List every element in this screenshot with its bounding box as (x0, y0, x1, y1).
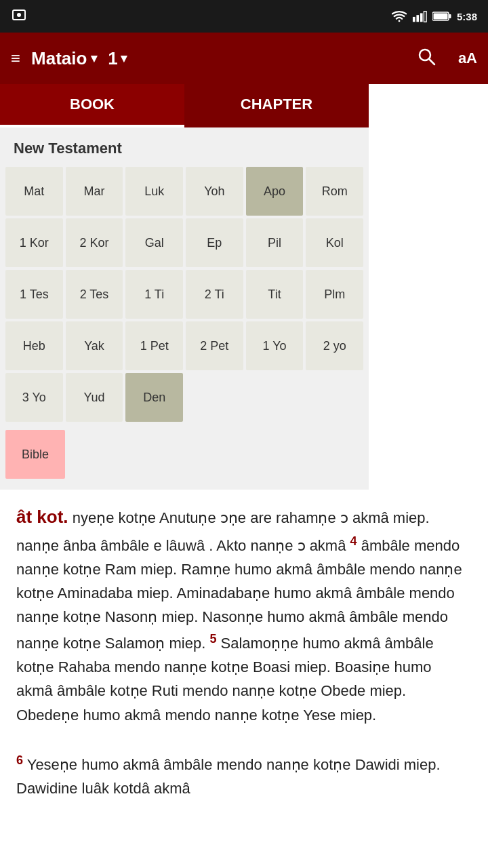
menu-icon[interactable]: ≡ (11, 49, 20, 68)
book-pil[interactable]: Pil (246, 218, 304, 267)
book-2pet[interactable]: 2 Pet (186, 321, 243, 370)
book-kol[interactable]: Kol (306, 218, 363, 267)
search-icon[interactable] (416, 46, 436, 71)
scripture-content: ât kot. nyeṇe kotṇe Anutuṇe ɔṇe are raha… (0, 490, 488, 814)
book-den[interactable]: Den (125, 373, 183, 422)
book-1kor[interactable]: 1 Kor (5, 218, 63, 267)
svg-point-2 (399, 20, 401, 22)
book-yud[interactable]: Yud (66, 373, 123, 422)
svg-rect-5 (420, 13, 423, 22)
book-rom[interactable]: Rom (306, 167, 363, 216)
book-1tes[interactable]: 1 Tes (5, 270, 63, 319)
book-2tes[interactable]: 2 Tes (66, 270, 123, 319)
book-2kor[interactable]: 2 Kor (66, 218, 123, 267)
chapter-drop-icon: ▾ (121, 51, 127, 66)
verse-6-text: Yeseṇe humo akmâ âmbâle mendo nanṇe kotṇ… (16, 756, 441, 797)
chapter-label: 1 (108, 48, 117, 69)
svg-rect-3 (413, 17, 415, 22)
bible-section: Bible (0, 425, 369, 490)
wifi-icon (392, 10, 407, 22)
book-mat[interactable]: Mat (5, 167, 63, 216)
book-1yo[interactable]: 1 Yo (246, 321, 304, 370)
book-2ti[interactable]: 2 Ti (186, 270, 243, 319)
chapter-selector[interactable]: 1 ▾ (108, 48, 126, 69)
book-label: Mataio (31, 48, 87, 69)
verse-4-num: 4 (350, 534, 357, 548)
book-yoh[interactable]: Yoh (186, 167, 243, 216)
book-mar[interactable]: Mar (66, 167, 123, 216)
book-tit[interactable]: Tit (246, 270, 304, 319)
signal-icon (412, 10, 427, 22)
verse-title-text: ât kot. (16, 507, 68, 527)
book-luk[interactable]: Luk (125, 167, 183, 216)
screenshot-icon (11, 8, 27, 24)
svg-rect-9 (433, 14, 447, 20)
book-heb[interactable]: Heb (5, 321, 63, 370)
scripture-text: ât kot. nyeṇe kotṇe Anutuṇe ɔṇe are raha… (16, 503, 472, 801)
tab-chapter[interactable]: CHAPTER (184, 84, 369, 127)
book-drop-icon: ▾ (91, 51, 97, 66)
book-yak[interactable]: Yak (66, 321, 123, 370)
book-chapter-panel: BOOK CHAPTER New Testament Mat Mar Luk Y… (0, 84, 369, 490)
tab-book[interactable]: BOOK (0, 84, 184, 127)
book-plm[interactable]: Plm (306, 270, 363, 319)
book-apo[interactable]: Apo (246, 167, 304, 216)
svg-point-1 (17, 13, 21, 17)
books-grid: Mat Mar Luk Yoh Apo Rom 1 Kor 2 Kor Gal … (0, 164, 369, 425)
book-1ti[interactable]: 1 Ti (125, 270, 183, 319)
book-1pet[interactable]: 1 Pet (125, 321, 183, 370)
svg-line-11 (429, 59, 434, 64)
panel-tabs: BOOK CHAPTER (0, 84, 369, 127)
battery-icon (432, 11, 451, 22)
font-size-icon[interactable]: aA (458, 50, 477, 67)
svg-rect-4 (416, 15, 419, 22)
status-bar: 5:38 (0, 0, 488, 33)
testament-heading: New Testament (0, 127, 369, 164)
book-gal[interactable]: Gal (125, 218, 183, 267)
verse-6-num: 6 (16, 753, 23, 767)
book-ep[interactable]: Ep (186, 218, 243, 267)
verse-5-num: 5 (209, 632, 216, 646)
bible-button[interactable]: Bible (5, 430, 65, 479)
book-3yo[interactable]: 3 Yo (5, 373, 63, 422)
app-toolbar: ≡ Mataio ▾ 1 ▾ aA (0, 33, 488, 84)
status-time: 5:38 (457, 11, 477, 22)
svg-rect-6 (424, 12, 426, 22)
svg-rect-8 (449, 14, 451, 18)
book-selector[interactable]: Mataio ▾ (31, 48, 97, 69)
book-2yo[interactable]: 2 yo (306, 321, 363, 370)
